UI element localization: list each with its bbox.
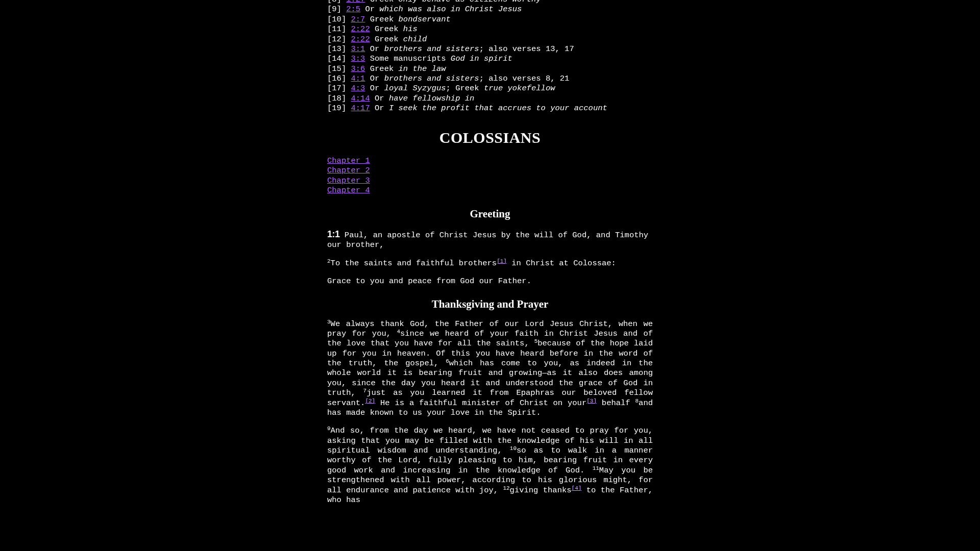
verse-number: 10 <box>510 445 517 452</box>
footnote-ref-2[interactable]: [2] <box>365 398 375 404</box>
chapter-number: 1 <box>327 229 332 239</box>
footnote-row: [14] 3:3 Some manuscripts God in spirit <box>327 54 653 64</box>
footnote-verse-link[interactable]: 3:1 <box>351 44 365 54</box>
chapter-link[interactable]: Chapter 1 <box>327 156 370 165</box>
footnote-row: [12] 2:22 Greek child <box>327 35 653 44</box>
footnote-ref-1[interactable]: [1] <box>497 258 507 264</box>
verse-number: 9 <box>327 425 331 432</box>
chapter-link[interactable]: Chapter 4 <box>327 186 370 195</box>
footnote-row: [18] 4:14 Or have fellowship in <box>327 94 653 104</box>
footnote-row: [11] 2:22 Greek his <box>327 24 653 34</box>
footnote-index: [8] <box>327 0 346 4</box>
footnote-index: [10] <box>327 15 351 24</box>
footnote-index: [11] <box>327 24 351 34</box>
footnote-row: [15] 3:6 Greek in the law <box>327 64 653 74</box>
verse-number: 3 <box>327 319 331 325</box>
footnote-verse-link[interactable]: 1:27 <box>346 0 365 4</box>
footnote-verse-link[interactable]: 2:22 <box>351 35 370 44</box>
footnote-verse-link[interactable]: 2:22 <box>351 24 370 34</box>
footnote-index: [13] <box>327 44 351 54</box>
paragraph-thanksgiving-1: 3We always thank God, the Father of our … <box>327 319 653 418</box>
footnote-row: [13] 3:1 Or brothers and sisters; also v… <box>327 44 653 54</box>
footnote-row: [9] 2:5 Or which was also in Christ Jesu… <box>327 5 653 14</box>
section-heading-thanksgiving: Thanksgiving and Prayer <box>327 297 653 311</box>
footnote-index: [18] <box>327 94 351 103</box>
footnote-row: [8] 1:27 Greek only behave as citizens w… <box>327 0 653 5</box>
footnote-row: [10] 2:7 Greek bondservant <box>327 15 653 24</box>
verse-number: 2 <box>327 258 331 264</box>
verse-number: 11 <box>593 465 599 471</box>
chapter-link[interactable]: Chapter 3 <box>327 176 370 185</box>
paragraph-thanksgiving-2: 9And so, from the day we heard, we have … <box>327 426 653 505</box>
footnote-verse-link[interactable]: 2:7 <box>351 15 365 24</box>
footnote-index: [17] <box>327 84 351 93</box>
verse-grace: Grace to you and peace from God our Fath… <box>327 277 653 286</box>
footnote-verse-link[interactable]: 4:3 <box>351 84 365 93</box>
footnote-index: [14] <box>327 54 351 63</box>
verse-number: 12 <box>503 485 509 491</box>
footnote-verse-link[interactable]: 2:5 <box>346 5 360 14</box>
footnote-list: [8] 1:27 Greek only behave as citizens w… <box>327 0 653 114</box>
book-title: COLOSSIANS <box>327 128 653 147</box>
footnote-row: [19] 4:17 Or I seek the profit that accr… <box>327 104 653 113</box>
section-heading-greeting: Greeting <box>327 207 653 220</box>
footnote-verse-link[interactable]: 4:1 <box>351 74 365 83</box>
footnote-verse-link[interactable]: 3:6 <box>351 64 365 73</box>
footnote-row: [16] 4:1 Or brothers and sisters; also v… <box>327 74 653 84</box>
footnote-index: [9] <box>327 5 346 14</box>
footnote-index: [19] <box>327 104 351 113</box>
footnote-verse-link[interactable]: 3:3 <box>351 54 365 63</box>
footnote-index: [15] <box>327 64 351 73</box>
footnote-index: [16] <box>327 74 351 83</box>
footnote-verse-link[interactable]: 4:17 <box>351 104 370 113</box>
footnote-verse-link[interactable]: 4:14 <box>351 94 370 103</box>
chapter-link[interactable]: Chapter 2 <box>327 166 370 175</box>
footnote-ref-4[interactable]: [4] <box>572 485 582 491</box>
footnote-ref-3[interactable]: [3] <box>586 398 597 404</box>
verse-1-2: 2To the saints and faithful brothers[1] … <box>327 259 653 268</box>
chapter-links: Chapter 1Chapter 2Chapter 3Chapter 4 <box>327 156 653 196</box>
footnote-row: [17] 4:3 Or loyal Syzygus; Greek true yo… <box>327 84 653 93</box>
footnote-index: [12] <box>327 35 351 44</box>
verse-number: 6 <box>446 358 449 364</box>
verse-1-1: 1:1 Paul, an apostle of Christ Jesus by … <box>327 229 653 251</box>
